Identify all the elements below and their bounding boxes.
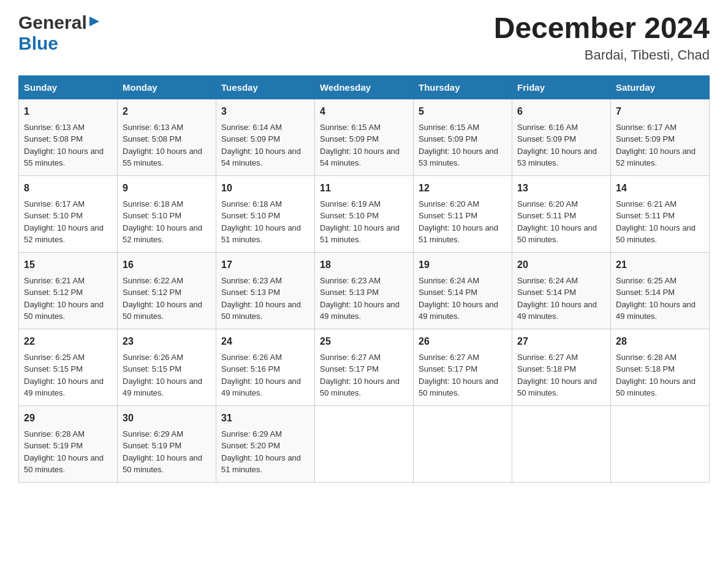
day-number: 9 [123,181,211,196]
daylight-label: Daylight: 10 hours and 50 minutes. [616,377,696,398]
day-cell [414,405,512,482]
sunset-label: Sunset: 5:10 PM [123,211,181,220]
day-number: 29 [24,411,112,426]
sunrise-label: Sunrise: 6:27 AM [419,353,479,362]
day-cell: 24 Sunrise: 6:26 AM Sunset: 5:16 PM Dayl… [216,329,315,405]
sunset-label: Sunset: 5:09 PM [320,134,379,144]
day-cell: 20 Sunrise: 6:24 AM Sunset: 5:14 PM Dayl… [512,252,611,329]
daylight-label: Daylight: 10 hours and 50 minutes. [221,300,301,321]
day-number: 5 [419,104,507,119]
col-header-wednesday: Wednesday [315,75,414,99]
sunrise-label: Sunrise: 6:29 AM [123,429,183,439]
sunrise-label: Sunrise: 6:27 AM [320,353,381,362]
sunset-label: Sunset: 5:12 PM [123,288,181,297]
daylight-label: Daylight: 10 hours and 50 minutes. [517,377,597,398]
sunset-label: Sunset: 5:19 PM [123,441,181,450]
day-cell [611,405,710,482]
svg-marker-0 [89,17,99,26]
day-cell: 16 Sunrise: 6:22 AM Sunset: 5:12 PM Dayl… [118,252,216,329]
sunrise-label: Sunrise: 6:20 AM [517,199,578,209]
day-cell: 4 Sunrise: 6:15 AM Sunset: 5:09 PM Dayli… [315,99,414,175]
daylight-label: Daylight: 10 hours and 49 minutes. [419,300,498,321]
sunrise-label: Sunrise: 6:19 AM [320,199,381,209]
day-number: 8 [24,181,112,196]
daylight-label: Daylight: 10 hours and 50 minutes. [419,377,498,398]
day-cell: 31 Sunrise: 6:29 AM Sunset: 5:20 PM Dayl… [216,405,315,482]
sunrise-label: Sunrise: 6:24 AM [517,276,578,285]
day-number: 31 [221,411,309,426]
sunset-label: Sunset: 5:13 PM [320,288,379,297]
sunrise-label: Sunrise: 6:23 AM [221,276,282,285]
day-number: 12 [419,181,507,196]
day-cell: 11 Sunrise: 6:19 AM Sunset: 5:10 PM Dayl… [315,175,414,252]
daylight-label: Daylight: 10 hours and 51 minutes. [320,223,400,245]
sunset-label: Sunset: 5:20 PM [221,441,280,450]
day-number: 17 [221,258,309,272]
sunrise-label: Sunrise: 6:28 AM [24,429,85,439]
calendar-table: SundayMondayTuesdayWednesdayThursdayFrid… [18,75,710,483]
day-number: 2 [123,104,211,119]
daylight-label: Daylight: 10 hours and 49 minutes. [123,377,202,398]
day-number: 20 [517,258,605,272]
day-number: 7 [616,104,704,119]
day-cell: 3 Sunrise: 6:14 AM Sunset: 5:09 PM Dayli… [216,99,315,175]
day-cell: 6 Sunrise: 6:16 AM Sunset: 5:09 PM Dayli… [512,99,611,175]
daylight-label: Daylight: 10 hours and 50 minutes. [320,377,400,398]
header-row: SundayMondayTuesdayWednesdayThursdayFrid… [19,75,710,99]
day-number: 30 [123,411,211,426]
sunrise-label: Sunrise: 6:22 AM [123,276,183,285]
sunset-label: Sunset: 5:10 PM [221,211,280,220]
day-cell: 7 Sunrise: 6:17 AM Sunset: 5:09 PM Dayli… [611,99,710,175]
sunrise-label: Sunrise: 6:25 AM [24,353,85,362]
daylight-label: Daylight: 10 hours and 51 minutes. [221,223,301,245]
day-cell: 5 Sunrise: 6:15 AM Sunset: 5:09 PM Dayli… [414,99,512,175]
sunset-label: Sunset: 5:09 PM [221,134,280,144]
week-row-1: 1 Sunrise: 6:13 AM Sunset: 5:08 PM Dayli… [19,99,710,175]
day-number: 14 [616,181,704,196]
daylight-label: Daylight: 10 hours and 50 minutes. [24,300,104,321]
day-cell: 15 Sunrise: 6:21 AM Sunset: 5:12 PM Dayl… [19,252,118,329]
sunset-label: Sunset: 5:11 PM [517,211,576,220]
daylight-label: Daylight: 10 hours and 49 minutes. [221,377,301,398]
day-cell: 23 Sunrise: 6:26 AM Sunset: 5:15 PM Dayl… [118,329,216,405]
week-row-5: 29 Sunrise: 6:28 AM Sunset: 5:19 PM Dayl… [19,405,710,482]
day-number: 11 [320,181,408,196]
day-number: 13 [517,181,605,196]
sunrise-label: Sunrise: 6:16 AM [517,123,578,132]
sunrise-label: Sunrise: 6:18 AM [221,199,282,209]
page-header: General Blue December 2024 Bardai, Tibes… [18,12,710,63]
sunset-label: Sunset: 5:17 PM [419,364,477,373]
day-number: 22 [24,334,112,349]
sunrise-label: Sunrise: 6:26 AM [123,353,183,362]
sunrise-label: Sunrise: 6:21 AM [616,199,677,209]
day-number: 3 [221,104,309,119]
daylight-label: Daylight: 10 hours and 49 minutes. [517,300,597,321]
day-cell: 28 Sunrise: 6:28 AM Sunset: 5:18 PM Dayl… [611,329,710,405]
day-number: 6 [517,104,605,119]
col-header-sunday: Sunday [19,75,118,99]
week-row-4: 22 Sunrise: 6:25 AM Sunset: 5:15 PM Dayl… [19,329,710,405]
day-number: 27 [517,334,605,349]
daylight-label: Daylight: 10 hours and 51 minutes. [221,453,301,475]
day-cell [315,405,414,482]
sunset-label: Sunset: 5:15 PM [123,364,181,373]
sunrise-label: Sunrise: 6:14 AM [221,123,282,132]
sunrise-label: Sunrise: 6:15 AM [320,123,381,132]
day-cell: 10 Sunrise: 6:18 AM Sunset: 5:10 PM Dayl… [216,175,315,252]
daylight-label: Daylight: 10 hours and 50 minutes. [123,300,202,321]
sunrise-label: Sunrise: 6:15 AM [419,123,479,132]
sunrise-label: Sunrise: 6:13 AM [24,123,85,132]
day-cell [512,405,611,482]
sunset-label: Sunset: 5:19 PM [24,441,83,450]
sunset-label: Sunset: 5:14 PM [517,288,576,297]
day-cell: 1 Sunrise: 6:13 AM Sunset: 5:08 PM Dayli… [19,99,118,175]
week-row-3: 15 Sunrise: 6:21 AM Sunset: 5:12 PM Dayl… [19,252,710,329]
daylight-label: Daylight: 10 hours and 55 minutes. [123,147,202,168]
daylight-label: Daylight: 10 hours and 51 minutes. [419,223,498,245]
logo-blue: Blue [18,33,58,53]
col-header-tuesday: Tuesday [216,75,315,99]
sunrise-label: Sunrise: 6:21 AM [24,276,85,285]
sunrise-label: Sunrise: 6:27 AM [517,353,578,362]
day-number: 4 [320,104,408,119]
sunrise-label: Sunrise: 6:17 AM [616,123,677,132]
